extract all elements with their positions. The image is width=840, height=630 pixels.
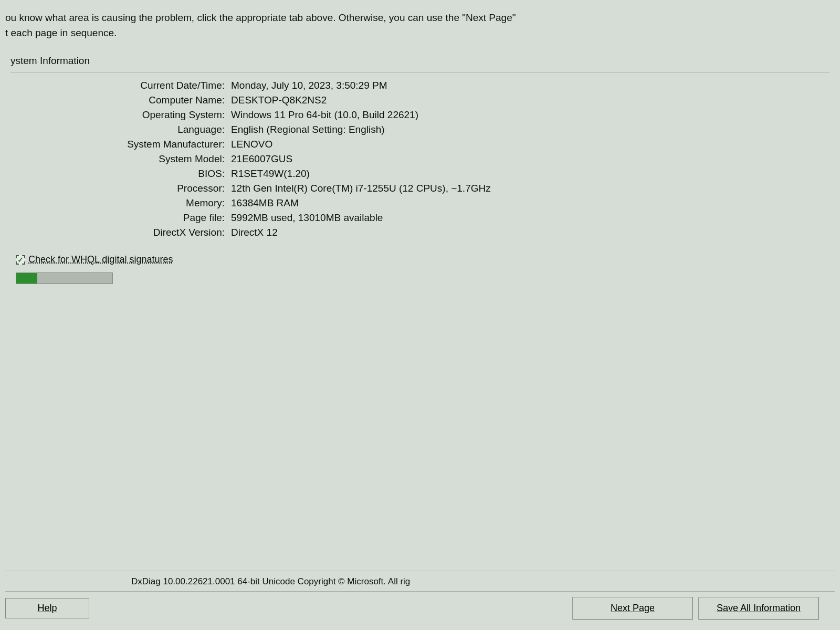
checkbox-checkmark: ✓ — [17, 256, 24, 264]
info-value: DirectX 12 — [231, 227, 278, 238]
info-value: English (Regional Setting: English) — [231, 124, 385, 135]
info-label: Current Date/Time: — [32, 80, 231, 91]
whql-checkbox[interactable]: ✓ — [16, 255, 25, 265]
table-row: Language:English (Regional Setting: Engl… — [32, 124, 808, 135]
table-row: Processor:12th Gen Intel(R) Core(TM) i7-… — [32, 183, 808, 194]
description-area: ou know what area is causing the problem… — [0, 0, 840, 46]
info-value: Windows 11 Pro 64-bit (10.0, Build 22621… — [231, 109, 418, 121]
table-row: Page file:5992MB used, 13010MB available — [32, 212, 808, 224]
info-label: Memory: — [32, 197, 231, 209]
info-label: Language: — [32, 124, 231, 135]
info-label: Processor: — [32, 183, 231, 194]
info-value: 12th Gen Intel(R) Core(TM) i7-1255U (12 … — [231, 183, 491, 194]
whql-checkbox-label: Check for WHQL digital signatures — [28, 254, 173, 265]
checkbox-area: ✓ Check for WHQL digital signatures — [10, 254, 830, 265]
info-value: 21E6007GUS — [231, 153, 292, 165]
info-value: 5992MB used, 13010MB available — [231, 212, 383, 224]
table-row: Current Date/Time:Monday, July 10, 2023,… — [32, 80, 808, 91]
info-label: Page file: — [32, 212, 231, 224]
info-value: R1SET49W(1.20) — [231, 168, 310, 180]
info-label: BIOS: — [32, 168, 231, 180]
system-info-section: ystem Information Current Date/Time:Mond… — [0, 46, 840, 571]
table-row: System Manufacturer:LENOVO — [32, 139, 808, 150]
table-row: BIOS:R1SET49W(1.20) — [32, 168, 808, 180]
right-buttons-group: Next Page Save All Information — [572, 597, 830, 620]
table-row: Memory:16384MB RAM — [32, 197, 808, 209]
info-label: DirectX Version: — [32, 227, 231, 238]
info-label: Computer Name: — [32, 94, 231, 106]
save-all-button[interactable]: Save All Information — [698, 597, 819, 620]
info-value: DESKTOP-Q8K2NS2 — [231, 94, 327, 106]
whql-checkbox-container[interactable]: ✓ Check for WHQL digital signatures — [16, 254, 173, 265]
table-row: System Model:21E6007GUS — [32, 153, 808, 165]
info-label: System Model: — [32, 153, 231, 165]
section-title: ystem Information — [10, 51, 830, 72]
progress-bar-fill — [16, 273, 37, 284]
table-row: Computer Name:DESKTOP-Q8K2NS2 — [32, 94, 808, 106]
help-button[interactable]: Help — [5, 598, 89, 618]
progress-bar-container — [16, 272, 113, 284]
next-page-button[interactable]: Next Page — [572, 597, 693, 620]
dxdiag-footer-text: DxDiag 10.00.22621.0001 64-bit Unicode C… — [0, 571, 840, 591]
info-value: 16384MB RAM — [231, 197, 299, 209]
description-line1: ou know what area is causing the problem… — [5, 10, 824, 26]
info-value: LENOVO — [231, 139, 272, 150]
info-label: System Manufacturer: — [32, 139, 231, 150]
description-line2: t each page in sequence. — [5, 26, 824, 41]
bottom-buttons-area: Help Next Page Save All Information — [0, 592, 840, 630]
table-row: DirectX Version:DirectX 12 — [32, 227, 808, 238]
info-value: Monday, July 10, 2023, 3:50:29 PM — [231, 80, 387, 91]
main-window: ou know what area is causing the problem… — [0, 0, 840, 630]
info-label: Operating System: — [32, 109, 231, 121]
info-table: Current Date/Time:Monday, July 10, 2023,… — [10, 80, 830, 238]
table-row: Operating System:Windows 11 Pro 64-bit (… — [32, 109, 808, 121]
progress-area — [10, 272, 830, 284]
